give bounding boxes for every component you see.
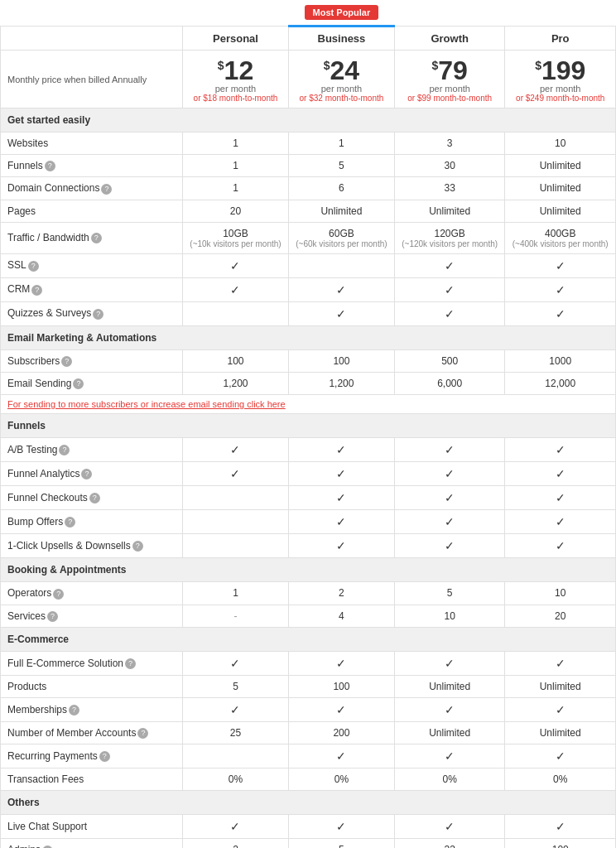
feature-row: SSL?✓✓✓ — [1, 253, 616, 277]
feature-label: Funnel Analytics? — [1, 462, 183, 486]
question-icon[interactable]: ? — [99, 751, 110, 762]
feature-value: 1 — [233, 587, 238, 599]
feature-row: Operators?12510 — [1, 582, 616, 605]
checkmark-icon: ✓ — [556, 259, 565, 272]
feature-cell: ✓ — [505, 510, 616, 534]
feature-row: Funnels?1530Unlimited — [1, 155, 616, 177]
empty-cell — [394, 0, 505, 26]
feature-cell — [183, 534, 289, 558]
plan-price-growth: $79 per month or $99 month-to-month — [394, 51, 505, 108]
feature-label: Domain Connections? — [1, 177, 183, 200]
checkmark-icon: ✓ — [230, 657, 240, 670]
feature-value: 1,200 — [329, 378, 354, 389]
feature-cell: ✓ — [183, 815, 289, 839]
feature-row: Pages20UnlimitedUnlimitedUnlimited — [1, 200, 616, 222]
question-icon[interactable]: ? — [45, 161, 55, 171]
feature-cell: 200 — [288, 721, 394, 744]
feature-row: Email Sending?1,2001,2006,00012,000 — [1, 372, 616, 394]
checkmark-icon: ✓ — [445, 259, 455, 272]
feature-cell: ✓ — [505, 697, 616, 721]
feature-value: Unlimited — [320, 205, 362, 217]
checkmark-icon: ✓ — [556, 703, 565, 716]
question-icon[interactable]: ? — [73, 378, 84, 389]
feature-value: 10 — [555, 587, 565, 599]
question-icon[interactable]: ? — [59, 445, 70, 455]
feature-cell: 1,200 — [288, 372, 394, 394]
email-link[interactable]: For sending to more subscribers or incre… — [7, 399, 286, 409]
checkmark-icon: ✓ — [230, 283, 240, 296]
question-icon[interactable]: ? — [101, 184, 112, 195]
question-icon[interactable]: ? — [28, 261, 39, 272]
checkmark-icon: ✓ — [556, 467, 565, 480]
feature-cell: Unlimited — [505, 200, 616, 222]
feature-cell: ✓ — [505, 462, 616, 486]
question-icon[interactable]: ? — [125, 658, 136, 669]
section-header: Funnels — [1, 414, 616, 438]
feature-label: Full E-Commerce Solution? — [1, 651, 183, 675]
feature-cell: 33 — [394, 839, 505, 848]
feature-row: Quizzes & Surveys?✓✓✓ — [1, 301, 616, 325]
feature-value: Unlimited — [429, 205, 470, 217]
feature-cell: ✓ — [505, 744, 616, 768]
checkmark-icon: ✓ — [336, 443, 346, 456]
checkmark-icon: ✓ — [230, 259, 240, 272]
question-icon[interactable]: ? — [61, 356, 72, 367]
email-link-cell[interactable]: For sending to more subscribers or incre… — [1, 395, 616, 414]
checkmark-icon: ✓ — [336, 491, 346, 504]
question-icon[interactable]: ? — [89, 493, 100, 504]
checkmark-icon: ✓ — [230, 443, 240, 456]
price-alt: or $32 month-to-month — [296, 94, 387, 103]
price-amount: $199 — [512, 57, 609, 84]
feature-cell: ✓ — [288, 438, 394, 462]
feature-row: Bump Offers?✓✓✓ — [1, 510, 616, 534]
feature-cell: Unlimited — [505, 155, 616, 177]
feature-label: Memberships? — [1, 697, 183, 721]
feature-cell: 1 — [183, 582, 289, 605]
feature-cell: 5 — [288, 155, 394, 177]
feature-label: Live Chat Support — [1, 815, 183, 839]
feature-cell: ✓ — [394, 301, 505, 325]
question-icon[interactable]: ? — [137, 728, 148, 739]
feature-row: Memberships?✓✓✓✓ — [1, 697, 616, 721]
feature-cell: 30 — [394, 155, 505, 177]
feature-value: 0% — [553, 773, 567, 785]
question-icon[interactable]: ? — [132, 541, 143, 552]
question-icon[interactable]: ? — [81, 469, 92, 479]
question-icon[interactable]: ? — [31, 285, 42, 296]
feature-label: 1-Click Upsells & Downsells? — [1, 534, 183, 558]
feature-cell: 0% — [183, 768, 289, 791]
feature-cell: 1,200 — [183, 372, 289, 394]
section-title: Funnels — [1, 414, 616, 438]
question-icon[interactable]: ? — [42, 846, 53, 848]
feature-value: 5 — [233, 681, 238, 692]
bandwidth-main: 400GB — [545, 228, 575, 239]
feature-value: 1 — [339, 137, 344, 149]
question-icon[interactable]: ? — [91, 233, 102, 243]
question-icon[interactable]: ? — [93, 309, 103, 320]
feature-value: 0% — [334, 773, 349, 785]
question-icon[interactable]: ? — [47, 611, 58, 622]
feature-row: A/B Testing?✓✓✓✓ — [1, 438, 616, 462]
feature-value: Unlimited — [540, 182, 581, 194]
feature-value: 2 — [233, 844, 238, 848]
feature-cell: 100 — [288, 349, 394, 372]
feature-cell: ✓ — [505, 277, 616, 301]
feature-cell: 10GB(~10k visitors per month) — [183, 222, 289, 253]
section-title: Email Marketing & Automations — [1, 325, 616, 349]
feature-cell: Unlimited — [505, 721, 616, 744]
price-row: Monthly price when billed Annually $12 p… — [1, 51, 616, 108]
feature-cell: Unlimited — [288, 200, 394, 222]
question-icon[interactable]: ? — [65, 517, 75, 528]
feature-cell: 20 — [183, 200, 289, 222]
feature-row: Admins?2533100 — [1, 839, 616, 848]
bandwidth-sub: (~10k visitors per month) — [190, 239, 282, 248]
plan-price-business: $24 per month or $32 month-to-month — [288, 51, 394, 108]
feature-cell: ✓ — [505, 438, 616, 462]
feature-cell: 2 — [183, 839, 289, 848]
checkmark-icon: ✓ — [445, 539, 455, 552]
question-icon[interactable]: ? — [69, 705, 79, 716]
feature-cell: ✓ — [394, 486, 505, 510]
feature-label: Services? — [1, 605, 183, 627]
question-icon[interactable]: ? — [53, 589, 64, 600]
checkmark-icon: ✓ — [445, 820, 455, 833]
